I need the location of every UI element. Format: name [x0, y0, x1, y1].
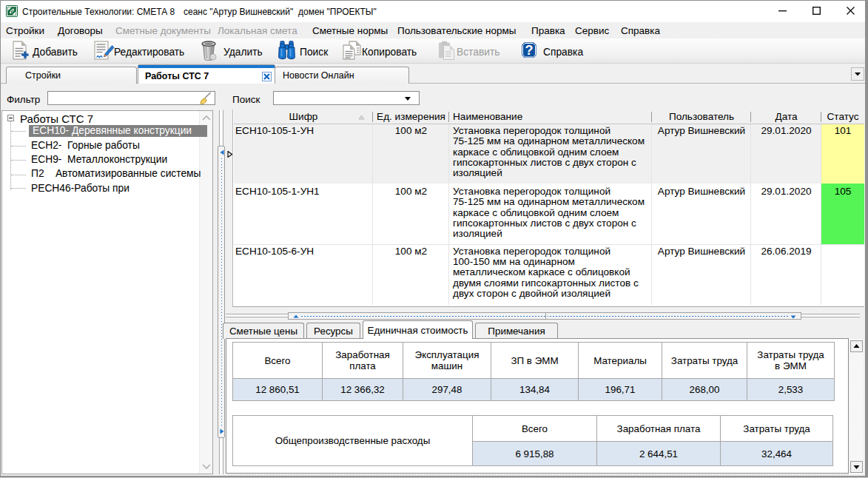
svg-text:?: ? [525, 43, 534, 58]
